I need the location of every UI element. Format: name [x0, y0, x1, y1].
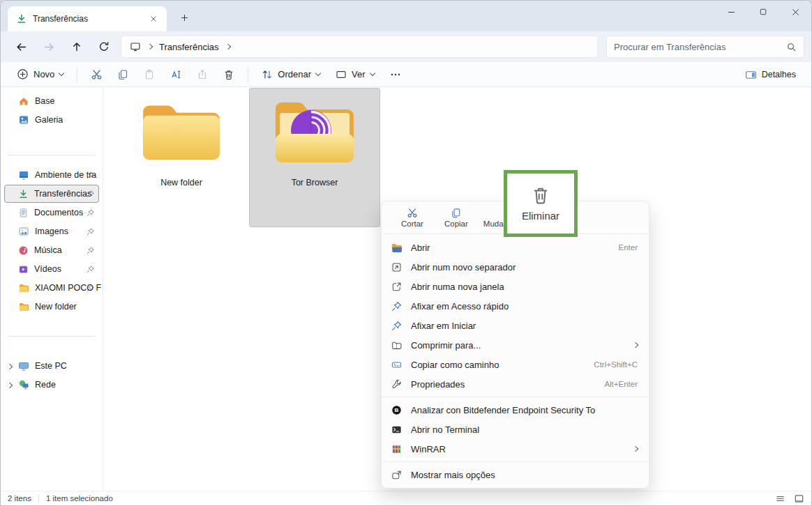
- cut-icon[interactable]: [84, 64, 108, 85]
- file-tile-tor-browser[interactable]: Tor Browser: [250, 89, 379, 227]
- trash-icon: [531, 185, 550, 205]
- search-icon[interactable]: [786, 42, 797, 52]
- path-icon: [390, 360, 403, 370]
- menu-item-afixar-acesso-rapido[interactable]: Afixar em Acesso rápido: [382, 296, 649, 316]
- menu-item-comprimir-para[interactable]: Comprimir para...: [382, 335, 649, 355]
- back-button[interactable]: [10, 36, 31, 57]
- details-pane-icon: [745, 69, 757, 81]
- svg-text:B: B: [394, 407, 398, 413]
- folder-closed-icon: [136, 97, 227, 168]
- sidebar-item-base[interactable]: Base: [4, 92, 99, 110]
- menu-item-bitdefender[interactable]: B Analizar con Bitdefender Endpoint Secu…: [382, 400, 649, 420]
- share-icon[interactable]: [190, 64, 214, 85]
- download-icon: [18, 189, 29, 199]
- file-name: Tor Browser: [292, 178, 338, 187]
- search-input[interactable]: [614, 42, 786, 52]
- view-label: Ver: [352, 69, 366, 79]
- document-icon: [18, 208, 29, 218]
- pin-icon: [87, 171, 94, 179]
- pin-icon: [87, 284, 94, 292]
- sidebar-item-imagens[interactable]: Imagens: [4, 222, 99, 240]
- videos-icon: [18, 264, 29, 275]
- sidebar-item-rede[interactable]: Rede: [4, 376, 99, 394]
- sidebar-item-transferencias[interactable]: Transferências: [4, 185, 99, 203]
- items-count: 2 itens: [8, 494, 31, 503]
- submenu-chevron-icon: [633, 446, 638, 452]
- sort-button[interactable]: Ordenar: [255, 64, 326, 85]
- sidebar-item-new-folder[interactable]: New folder: [4, 298, 99, 316]
- divider: [77, 67, 77, 82]
- file-tile-new-folder[interactable]: New folder: [116, 90, 246, 228]
- file-name: New folder: [160, 178, 202, 187]
- maximize-button[interactable]: [747, 1, 779, 23]
- sidebar-item-musica[interactable]: Música: [4, 241, 99, 259]
- expand-chevron-icon[interactable]: [7, 364, 13, 369]
- open-new-window-icon: [390, 282, 403, 292]
- pin-icon: [390, 301, 403, 312]
- details-view-toggle-icon[interactable]: [775, 493, 785, 504]
- view-button[interactable]: Ver: [329, 64, 381, 85]
- copy-quick-button[interactable]: Copiar: [439, 206, 474, 230]
- command-bar: Novo Ordenar: [1, 62, 811, 87]
- breadcrumb[interactable]: Transferências: [121, 36, 598, 58]
- new-plus-icon: [17, 68, 29, 80]
- menu-item-mostrar-mais-opcoes[interactable]: Mostrar mais opções: [382, 465, 649, 484]
- sidebar-item-galeria[interactable]: Galeria: [4, 111, 99, 129]
- menu-item-afixar-iniciar[interactable]: Afixar em Iniciar: [382, 316, 649, 335]
- delete-quick-button[interactable]: Eliminar: [522, 185, 559, 222]
- pictures-icon: [18, 226, 29, 237]
- sidebar-item-ambiente-de-trabalho[interactable]: Ambiente de tra: [4, 166, 99, 184]
- sidebar-item-xiaomi-poco[interactable]: XIAOMI POCO F: [4, 279, 99, 297]
- cut-quick-button[interactable]: Cortar: [396, 205, 429, 230]
- winrar-icon: [390, 444, 403, 454]
- expand-chevron-icon[interactable]: [7, 383, 13, 388]
- sort-icon: [262, 69, 273, 80]
- new-label: Novo: [33, 69, 54, 79]
- monitor-icon: [130, 41, 141, 52]
- up-button[interactable]: [66, 36, 87, 57]
- menu-item-copiar-como-caminho[interactable]: Copiar como caminho Ctrl+Shift+C: [382, 355, 649, 374]
- trash-icon[interactable]: [217, 64, 241, 85]
- more-options-icon[interactable]: [384, 64, 407, 85]
- pin-icon: [87, 228, 94, 236]
- menu-item-winrar[interactable]: WinRAR: [382, 439, 649, 459]
- thumbnail-view-toggle-icon[interactable]: [794, 493, 804, 504]
- wrench-icon: [390, 379, 403, 390]
- status-bar: 2 itens 1 item selecionado: [1, 491, 811, 505]
- chevron-right-icon[interactable]: [225, 44, 230, 49]
- close-tab-icon[interactable]: [146, 11, 161, 26]
- forward-button[interactable]: [38, 36, 59, 57]
- sidebar-item-documentos[interactable]: Documentos: [4, 204, 99, 222]
- sidebar-item-este-pc[interactable]: Este PC: [4, 357, 99, 375]
- new-button[interactable]: Novo: [10, 64, 70, 85]
- pin-icon: [87, 190, 94, 198]
- details-label: Detalhes: [762, 70, 796, 79]
- shortcut: Enter: [619, 243, 638, 252]
- menu-item-abrir[interactable]: Abrir Enter: [382, 238, 649, 257]
- breadcrumb-segment[interactable]: Transferências: [159, 42, 219, 52]
- open-new-tab-icon: [390, 262, 403, 273]
- new-tab-button[interactable]: [174, 8, 195, 26]
- folder-open-icon: [390, 242, 403, 254]
- sidebar-item-videos[interactable]: Vídeos: [4, 260, 99, 278]
- refresh-icon[interactable]: [93, 36, 114, 57]
- close-window-button[interactable]: [779, 1, 811, 23]
- menu-separator: [382, 461, 648, 462]
- pin-icon: [87, 266, 94, 273]
- selection-count: 1 item selecionado: [46, 494, 113, 503]
- minimize-button[interactable]: [715, 1, 747, 23]
- menu-item-propriedades[interactable]: Propriedades Alt+Enter: [382, 374, 649, 394]
- menu-item-abrir-terminal[interactable]: Abrir no Terminal: [382, 420, 649, 439]
- chevron-down-icon: [369, 70, 375, 76]
- home-icon: [18, 95, 29, 107]
- details-button[interactable]: Detalhes: [739, 64, 802, 85]
- folder-icon: [18, 301, 29, 312]
- menu-item-abrir-novo-separador[interactable]: Abrir num novo separador: [382, 257, 649, 277]
- tab-transferencias[interactable]: Transferências: [8, 6, 167, 31]
- folder-open-tor-icon: [266, 95, 363, 168]
- paste-icon[interactable]: [137, 64, 161, 85]
- rename-icon[interactable]: [164, 64, 188, 85]
- menu-item-abrir-nova-janela[interactable]: Abrir numa nova janela: [382, 277, 649, 296]
- copy-icon[interactable]: [111, 64, 135, 85]
- sidebar: Base Galeria Ambiente de tra Transferênc…: [1, 87, 103, 491]
